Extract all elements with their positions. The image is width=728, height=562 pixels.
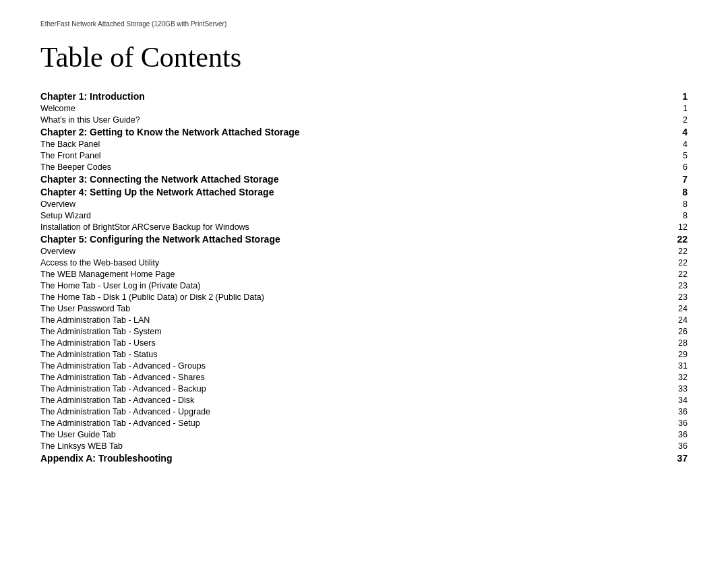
toc-entry-page: 28 <box>641 337 688 348</box>
toc-entry-page: 2 <box>641 114 688 125</box>
toc-entry-label: Installation of BrightStor ARCserve Back… <box>40 221 641 232</box>
toc-entry-label: Overview <box>40 198 641 210</box>
toc-entry-label: The Back Panel <box>40 138 641 150</box>
toc-entry-label: The Home Tab - User Log in (Private Data… <box>40 280 641 291</box>
toc-entry-label: Overview <box>40 245 641 257</box>
toc-entry-page: 1 <box>641 90 688 102</box>
toc-entry-label: The Front Panel <box>40 150 641 161</box>
toc-entry-page: 34 <box>641 394 688 406</box>
toc-entry-page: 36 <box>641 429 688 440</box>
toc-entry-label: The WEB Management Home Page <box>40 268 641 280</box>
toc-entry-label: The Administration Tab - Advanced - Back… <box>40 383 641 394</box>
toc-entry-label: The Home Tab - Disk 1 (Public Data) or D… <box>40 291 641 303</box>
toc-entry-page: 23 <box>641 280 688 291</box>
toc-entry-label: The User Password Tab <box>40 303 641 314</box>
toc-entry-page: 4 <box>641 125 688 138</box>
toc-entry-page: 8 <box>641 185 688 198</box>
toc-entry-label: Welcome <box>40 102 641 114</box>
header-label: EtherFast Network Attached Storage (120G… <box>40 20 688 28</box>
toc-entry-page: 36 <box>641 417 688 429</box>
toc-entry-label: Appendix A: Troubleshooting <box>40 451 641 464</box>
toc-entry-page: 1 <box>641 102 688 114</box>
toc-entry-label: Chapter 1: Introduction <box>40 90 641 102</box>
toc-entry-label: The Administration Tab - Advanced - Upgr… <box>40 406 641 417</box>
toc-entry-label: Chapter 4: Setting Up the Network Attach… <box>40 185 641 198</box>
toc-entry-label: The Administration Tab - Advanced - Grou… <box>40 360 641 371</box>
toc-entry-label: The Administration Tab - Advanced - Disk <box>40 394 641 406</box>
toc-entry-label: The Administration Tab - Status <box>40 348 641 360</box>
toc-entry-label: The Administration Tab - Users <box>40 337 641 348</box>
toc-entry-label: The Administration Tab - Advanced - Setu… <box>40 417 641 429</box>
toc-entry-page: 12 <box>641 221 688 232</box>
toc-entry-page: 22 <box>641 268 688 280</box>
toc-entry-page: 22 <box>641 232 688 245</box>
toc-entry-page: 22 <box>641 245 688 257</box>
toc-entry-page: 37 <box>641 451 688 464</box>
toc-entry-label: The User Guide Tab <box>40 429 641 440</box>
toc-entry-page: 36 <box>641 406 688 417</box>
toc-entry-label: Chapter 2: Getting to Know the Network A… <box>40 125 641 138</box>
toc-entry-label: The Administration Tab - LAN <box>40 314 641 325</box>
toc-entry-page: 29 <box>641 348 688 360</box>
toc-entry-label: Chapter 5: Configuring the Network Attac… <box>40 232 641 245</box>
toc-entry-label: The Beeper Codes <box>40 161 641 173</box>
toc-entry-label: The Linksys WEB Tab <box>40 440 641 451</box>
toc-entry-page: 24 <box>641 314 688 325</box>
toc-entry-page: 7 <box>641 173 688 185</box>
toc-entry-page: 36 <box>641 440 688 451</box>
toc-entry-page: 8 <box>641 210 688 221</box>
toc-entry-page: 23 <box>641 291 688 303</box>
toc-entry-label: The Administration Tab - Advanced - Shar… <box>40 371 641 383</box>
toc-entry-page: 24 <box>641 303 688 314</box>
toc-entry-page: 31 <box>641 360 688 371</box>
toc-entry-page: 8 <box>641 198 688 210</box>
toc-entry-label: What's in this User Guide? <box>40 114 641 125</box>
toc-entry-page: 4 <box>641 138 688 150</box>
toc-entry-page: 32 <box>641 371 688 383</box>
toc-entry-label: The Administration Tab - System <box>40 325 641 337</box>
toc-entry-page: 33 <box>641 383 688 394</box>
toc-entry-page: 26 <box>641 325 688 337</box>
toc-entry-page: 22 <box>641 257 688 268</box>
toc-title: Table of Contents <box>40 41 688 73</box>
toc-entry-label: Access to the Web-based Utility <box>40 257 641 268</box>
toc-entry-label: Setup Wizard <box>40 210 641 221</box>
toc-table: Chapter 1: Introduction1Welcome1What's i… <box>40 90 688 464</box>
toc-entry-page: 6 <box>641 161 688 173</box>
toc-entry-label: Chapter 3: Connecting the Network Attach… <box>40 173 641 185</box>
toc-entry-page: 5 <box>641 150 688 161</box>
